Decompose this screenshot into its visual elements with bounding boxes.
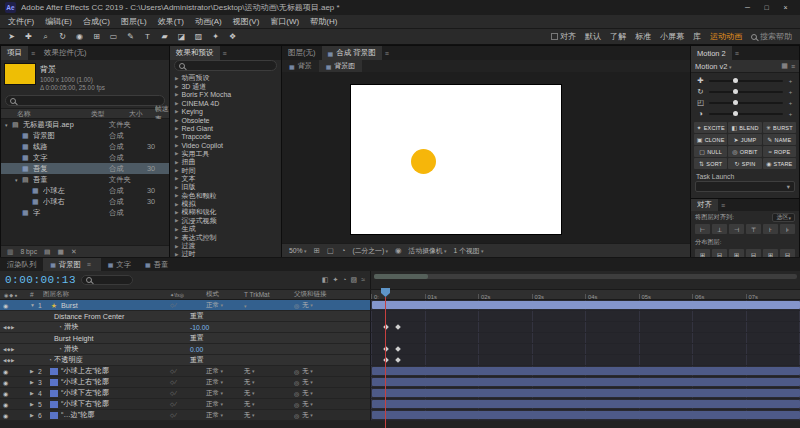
tool-icon[interactable]: T xyxy=(140,30,155,43)
menu-item[interactable]: 窗口(W) xyxy=(270,16,299,27)
layer-track[interactable] xyxy=(370,366,800,377)
slider-track[interactable] xyxy=(709,102,783,104)
project-column-headers[interactable]: 名称 类型 大小 帧速率 xyxy=(1,108,169,119)
keyframe-nav-icon[interactable]: ◀◆▶ xyxy=(3,325,15,330)
blend-mode-select[interactable]: 正常 xyxy=(206,411,244,420)
tool-icon[interactable]: ✚ xyxy=(21,30,36,43)
tool-icon[interactable]: ⊞ xyxy=(89,30,104,43)
project-row[interactable]: 吾复 合成 30 xyxy=(1,163,169,174)
motion-tool-button[interactable]: ➤ JUMP xyxy=(728,134,761,145)
project-row[interactable]: 小球左 合成 30 xyxy=(1,185,169,196)
property-value[interactable]: 重置 xyxy=(190,311,204,321)
layer-name[interactable]: “小球下左”轮廓 xyxy=(61,388,170,398)
workspace-tab-active[interactable]: 运动动画 xyxy=(710,31,742,42)
tab-motion[interactable]: Motion 2 xyxy=(691,46,732,60)
twirl-icon[interactable] xyxy=(30,412,38,418)
menu-item[interactable]: 编辑(E) xyxy=(45,16,72,27)
timeline-tab[interactable]: ▦ 背景图 ≡ xyxy=(43,258,101,271)
tool-icon[interactable]: ⌕ xyxy=(38,30,53,43)
timeline-row[interactable]: ◉ ◀◆▶ ◔ Burst Height 重置 ◇⁄ ◎ xyxy=(0,333,800,344)
timeline-tab[interactable]: ▦ 文字 ≡ xyxy=(101,258,138,271)
minimize-button[interactable]: ─ xyxy=(738,0,757,15)
tool-icon[interactable]: ▨ xyxy=(191,30,206,43)
twirl-icon[interactable] xyxy=(15,177,22,183)
ruler-label[interactable]: 07s xyxy=(746,294,800,299)
composition-viewer[interactable] xyxy=(282,72,690,243)
visibility-icon[interactable]: ◉ xyxy=(3,412,8,419)
ruler-label[interactable]: 01s xyxy=(425,294,479,299)
trkmat-select[interactable] xyxy=(244,302,294,309)
layer-switches-icons[interactable]: ◇⁄ xyxy=(170,368,206,374)
project-row[interactable]: 线路 合成 30 xyxy=(1,141,169,152)
time-navigator-bar[interactable] xyxy=(374,274,797,279)
layer-name[interactable]: 滑块 xyxy=(64,344,180,354)
layer-switches-icons[interactable]: ◇⁄ xyxy=(170,412,206,418)
visibility-icon[interactable]: ◉ xyxy=(3,302,8,309)
pickwhip-icon[interactable]: ◎ xyxy=(294,412,299,419)
ruler-label[interactable]: 03s xyxy=(532,294,586,299)
layer-track[interactable] xyxy=(370,410,800,421)
project-row[interactable]: 字 合成 xyxy=(1,207,169,218)
menu-item[interactable]: 文件(F) xyxy=(8,16,34,27)
tool-icon[interactable]: ❖ xyxy=(225,30,240,43)
property-value[interactable]: 重置 xyxy=(190,333,204,343)
layer-name[interactable]: “小球上左”轮廓 xyxy=(61,366,170,376)
motion-menu-icon[interactable]: ≡ xyxy=(791,63,795,70)
effects-category[interactable]: 过时 xyxy=(170,250,281,257)
layer-name[interactable]: “…边”轮廓 xyxy=(61,410,170,420)
motion-slider[interactable]: ↻ + xyxy=(691,86,799,97)
parent-select[interactable]: 无 xyxy=(302,411,312,420)
timeline-row[interactable]: ◉ ◀◆▶ 3 ◔ “小球上右”轮廓 ◇⁄ 正常 无 ◎ 无 xyxy=(0,377,800,388)
motion-tool-button[interactable]: ⇅ SORT xyxy=(694,158,727,169)
layer-track[interactable] xyxy=(370,377,800,388)
trkmat-select[interactable]: 无 xyxy=(244,367,294,376)
slider-add-icon[interactable]: + xyxy=(787,89,794,95)
snap-toggle[interactable]: 对齐 xyxy=(551,31,576,42)
layer-track[interactable] xyxy=(370,333,800,344)
comp-canvas[interactable] xyxy=(351,85,561,234)
frame-blend-icon[interactable]: ▨ xyxy=(351,276,358,284)
project-row[interactable]: 吾童 文件夹 xyxy=(1,174,169,185)
ruler-label[interactable]: 06s xyxy=(692,294,746,299)
layer-name[interactable]: Distance From Center xyxy=(30,312,180,321)
layer-name[interactable]: “小球上右”轮廓 xyxy=(61,377,170,387)
tool-icon[interactable]: ▭ xyxy=(106,30,121,43)
pickwhip-icon[interactable]: ◎ xyxy=(294,390,299,397)
color-depth[interactable]: 8 bpc xyxy=(20,248,37,255)
project-row[interactable]: 小球右 合成 30 xyxy=(1,196,169,207)
parent-link-header[interactable]: 父级和链接 xyxy=(294,290,370,299)
motion-slider[interactable]: ◑ + xyxy=(691,108,799,119)
motion-tool-button[interactable]: ◧ BLEND xyxy=(728,122,761,133)
snapshot-icon[interactable]: ◔ xyxy=(341,246,346,255)
new-comp-icon[interactable]: ▦ xyxy=(57,248,63,256)
panel-menu-icon[interactable]: ≡ xyxy=(732,50,742,57)
layer-switches-icons[interactable]: ◇⁄ xyxy=(170,302,206,308)
timeline-row[interactable]: ◉ ◀◆▶ 6 ◔ “…边”轮廓 ◇⁄ 正常 无 ◎ 无 xyxy=(0,410,800,421)
twirl-icon[interactable] xyxy=(30,302,38,308)
layer-color-swatch[interactable]: ★ xyxy=(50,302,58,309)
slider-thumb[interactable] xyxy=(733,111,738,116)
twirl-icon[interactable] xyxy=(30,390,38,396)
blend-mode-select[interactable]: 正常 xyxy=(206,400,244,409)
twirl-icon[interactable] xyxy=(30,379,38,385)
mode-header[interactable]: 模式 xyxy=(206,290,244,299)
visibility-icon[interactable]: ◉ xyxy=(3,401,8,408)
layer-track[interactable] xyxy=(370,311,800,322)
blend-mode-select[interactable]: 正常 xyxy=(206,367,244,376)
panel-menu-icon[interactable]: ≡ xyxy=(84,261,94,268)
keyframe-icon[interactable] xyxy=(395,324,401,330)
blend-mode-select[interactable]: 正常 xyxy=(206,389,244,398)
slider-thumb[interactable] xyxy=(733,100,738,105)
align-button-icon[interactable]: ⊣ xyxy=(729,224,744,234)
tool-icon[interactable]: ✦ xyxy=(208,30,223,43)
layer-track[interactable] xyxy=(370,355,800,366)
tab-effect-controls[interactable]: 效果控件(无) xyxy=(38,46,93,60)
yellow-ball-shape[interactable] xyxy=(411,149,436,174)
pickwhip-icon[interactable]: ◎ xyxy=(294,302,299,309)
timeline-row[interactable]: ◉ ◀◆▶ 2 ◔ “小球上左”轮廓 ◇⁄ 正常 无 ◎ 无 xyxy=(0,366,800,377)
layer-track[interactable] xyxy=(370,344,800,355)
visibility-icon[interactable]: ◉ xyxy=(3,368,8,375)
layer-duration-bar[interactable] xyxy=(372,367,800,375)
visibility-icon[interactable]: ◉ xyxy=(3,379,8,386)
pickwhip-icon[interactable]: ◎ xyxy=(294,401,299,408)
